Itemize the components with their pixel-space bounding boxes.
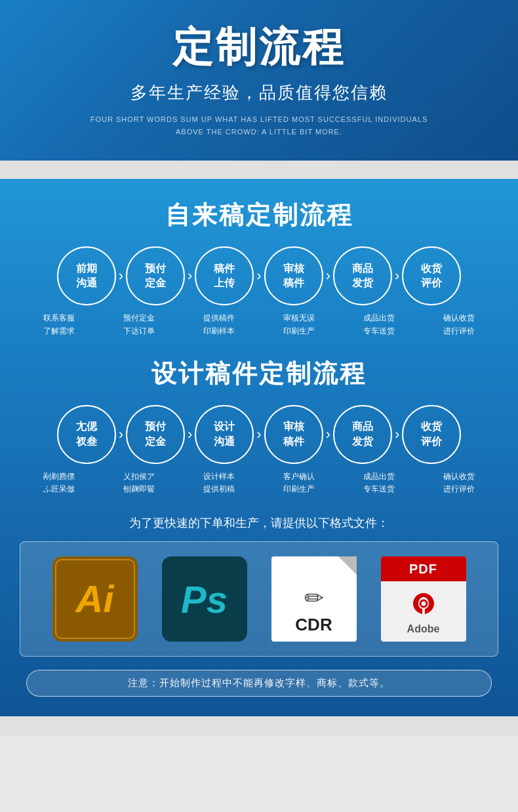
- design-desc-3: 设计样本提供初稿: [189, 471, 249, 495]
- design-step-4: 审核稿件: [264, 405, 323, 464]
- notice-bar: 注意：开始制作过程中不能再修改字样、商标、款式等。: [26, 670, 492, 697]
- ps-icon: Ps: [162, 556, 247, 642]
- step-4: 审核稿件: [264, 246, 323, 305]
- main-section: 自来稿定制流程 前期沟通 › 预付定金 › 稿件上传 › 审核稿件 › 商品发货…: [0, 179, 518, 716]
- arrow-2: ›: [188, 267, 192, 284]
- design-desc-5: 成品出货专车送货: [349, 471, 408, 495]
- file-formats-box: Ai Ps ✏ CDR PDF: [20, 541, 498, 657]
- header-section: 定制流程 多年生产经验，品质值得您信赖 FOUR SHORT WORDS SUM…: [0, 0, 518, 161]
- desc-2: 预付定金下达订单: [110, 312, 169, 337]
- design-desc-2: 乂扣侯ア刨麹即鬌: [110, 471, 169, 495]
- arrow-3: ›: [256, 267, 261, 284]
- design-arrow-2: ›: [188, 426, 192, 443]
- pdf-adobe-text: Adobe: [407, 623, 440, 635]
- self-bring-title: 自来稿定制流程: [13, 199, 505, 232]
- arrow-4: ›: [326, 267, 330, 284]
- step-2: 预付定金: [126, 246, 185, 305]
- design-arrow-4: ›: [326, 426, 330, 443]
- cdr-pencil-icon: ✏: [304, 585, 324, 612]
- desc-5: 成品出货专车送货: [349, 312, 408, 337]
- design-desc-6: 确认收货进行评价: [429, 471, 488, 495]
- pdf-badge: PDF: [381, 556, 466, 581]
- pdf-icon: PDF Adobe: [381, 556, 466, 642]
- design-step-5: 商品发货: [333, 405, 392, 464]
- svg-point-0: [420, 600, 427, 607]
- desc-6: 确认收货进行评价: [429, 312, 488, 337]
- design-step-3: 设计沟通: [195, 405, 254, 464]
- self-bring-steps-row: 前期沟通 › 预付定金 › 稿件上传 › 审核稿件 › 商品发货 › 收货评价: [13, 246, 505, 305]
- bottom-gap: [0, 716, 518, 736]
- design-arrow-3: ›: [256, 426, 261, 443]
- step-1: 前期沟通: [57, 246, 116, 305]
- design-step-2: 预付定金: [126, 405, 185, 464]
- step-5: 商品发货: [333, 246, 392, 305]
- ai-icon: Ai: [52, 556, 138, 642]
- design-steps-row: 尢偲衩叁 › 预付定金 › 设计沟通 › 审核稿件 › 商品发货 › 收货评价: [13, 405, 505, 464]
- top-gap: [0, 161, 518, 179]
- design-desc-1: 剐剃麃僄ふ匠呆倣: [30, 471, 89, 495]
- ps-icon-text: Ps: [181, 577, 228, 621]
- header-en-text: FOUR SHORT WORDS SUM UP WHAT HAS LIFTED …: [13, 113, 505, 138]
- step-3: 稿件上传: [195, 246, 254, 305]
- cdr-icon: ✏ CDR: [271, 556, 357, 642]
- ai-icon-text: Ai: [76, 580, 114, 618]
- pdf-acrobat-icon: [410, 590, 437, 622]
- step-6: 收货评价: [402, 246, 461, 305]
- header-title: 定制流程: [13, 20, 505, 75]
- design-desc-4: 客户确认印刷生产: [269, 471, 329, 495]
- design-desc-row: 剐剃麃僄ふ匠呆倣 乂扣侯ア刨麹即鬌 设计样本提供初稿 客户确认印刷生产 成品出货…: [13, 471, 505, 495]
- design-arrow-1: ›: [119, 426, 123, 443]
- self-bring-desc-row: 联系客服了解需求 预付定金下达订单 提供稿件印刷样本 审核无误印刷生产 成品出货…: [13, 312, 505, 337]
- file-section: 为了更快速的下单和生产，请提供以下格式文件： Ai Ps ✏ CDR PDF: [13, 515, 505, 697]
- design-step-6: 收货评价: [402, 405, 461, 464]
- design-title: 设计稿件定制流程: [13, 357, 505, 391]
- design-step-1: 尢偲衩叁: [57, 405, 116, 464]
- notice-text: 注意：开始制作过程中不能再修改字样、商标、款式等。: [128, 677, 390, 688]
- file-intro: 为了更快速的下单和生产，请提供以下格式文件：: [20, 515, 498, 531]
- pdf-badge-text: PDF: [409, 562, 437, 577]
- desc-3: 提供稿件印刷样本: [189, 312, 249, 337]
- desc-1: 联系客服了解需求: [30, 312, 89, 337]
- cdr-icon-text: CDR: [295, 615, 332, 635]
- design-arrow-5: ›: [395, 426, 399, 443]
- arrow-1: ›: [119, 267, 123, 284]
- desc-4: 审核无误印刷生产: [269, 312, 329, 337]
- arrow-5: ›: [395, 267, 399, 284]
- header-subtitle: 多年生产经验，品质值得您信赖: [13, 81, 505, 104]
